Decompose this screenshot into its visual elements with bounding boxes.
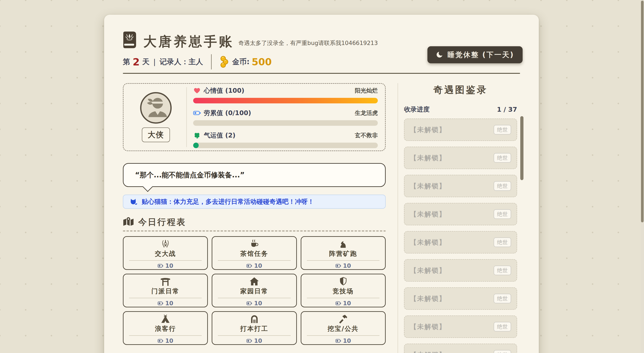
clover-icon: [193, 132, 201, 139]
activity-card-jiayuan[interactable]: 家园日常 10: [212, 274, 297, 307]
activity-card-zhenying[interactable]: 阵营矿跑 10: [301, 236, 386, 270]
text-divider: |: [153, 58, 156, 66]
codex-locked-item[interactable]: 【未解锁】 绝世: [404, 147, 517, 169]
page-scrollbar-thumb[interactable]: [641, 1, 644, 222]
stamina-battery-icon: [336, 301, 341, 305]
stat-status: 玄不救非: [355, 132, 378, 139]
khanda-icon: [162, 239, 169, 248]
quote-text: “那个...能不能借点金币修装备...”: [135, 170, 245, 180]
cat-tip-banner: 贴心猫猫：体力充足，多去进行日常活动碰碰奇遇吧！冲呀！: [123, 195, 386, 209]
stat-status: 生龙活虎: [355, 109, 378, 117]
stamina-battery-icon: [158, 339, 163, 343]
torii-icon: [160, 277, 170, 286]
activity-cost: 10: [336, 337, 351, 344]
character-panel: 大侠 心情值 (100) 阳光灿烂: [123, 83, 386, 151]
activity-card-jiaodazhan[interactable]: 交大战 10: [123, 236, 208, 270]
codex-progress-value: 1 / 37: [497, 106, 517, 113]
rarity-badge: 绝世: [494, 181, 511, 191]
stamina-battery-icon: [158, 264, 163, 268]
activity-card-jingjichang[interactable]: 竞技场 10: [301, 274, 386, 307]
locked-label: 【未解锁】: [410, 350, 446, 353]
codex-panel: 奇遇图鉴录 收录进度 1 / 37 【未解锁】 绝世 【未解锁】 绝世 【未解锁…: [398, 83, 520, 353]
stamina-battery-icon: [246, 301, 252, 305]
stat-label: 心情值 (100): [204, 86, 244, 95]
journal-book-icon: [123, 32, 136, 48]
locked-label: 【未解锁】: [410, 210, 446, 219]
stamina-battery-icon: [336, 264, 341, 268]
codex-locked-item[interactable]: 【未解锁】 绝世: [404, 119, 517, 141]
stamina-battery-icon: [158, 301, 163, 305]
journal-card: 大唐养崽手账 奇遇太多了没录全，有严重bug请联系我1046619213 第 2…: [104, 15, 539, 353]
rarity-badge: 绝世: [494, 153, 511, 163]
stamina-battery-icon: [246, 264, 252, 268]
app-title: 大唐养崽手账: [143, 35, 234, 48]
stamina-battery-icon: [246, 339, 252, 343]
activity-card-daben[interactable]: 打本打工 10: [212, 311, 297, 345]
character-quote-bubble: “那个...能不能借点金币修装备...”: [123, 163, 386, 187]
codex-locked-item[interactable]: 【未解锁】 绝世: [404, 231, 517, 253]
tip-text: 贴心猫猫：体力充足，多去进行日常活动碰碰奇遇吧！冲呀！: [142, 197, 314, 206]
codex-locked-item[interactable]: 【未解锁】 绝世: [404, 203, 517, 225]
mood-bar: [193, 98, 378, 103]
rarity-badge: 绝世: [494, 322, 511, 331]
locked-label: 【未解锁】: [410, 238, 446, 247]
recorder-label: 记录人：主人: [160, 57, 203, 67]
codex-locked-item[interactable]: 【未解锁】 绝世: [404, 175, 517, 197]
fatigue-bar: [193, 120, 378, 126]
gold-coins-icon: [220, 56, 229, 68]
activity-card-langkexing[interactable]: 浪客行 10: [123, 311, 208, 345]
battery-icon: [193, 110, 201, 116]
activity-label: 打本打工: [240, 325, 268, 333]
heart-icon: [193, 87, 201, 94]
luck-stat: 气运值 (2) 玄不救非: [193, 131, 378, 148]
moon-icon: [436, 51, 443, 58]
stat-status: 阳光灿烂: [355, 87, 378, 94]
panel-divider: [186, 87, 187, 147]
rarity-badge: 绝世: [494, 350, 511, 353]
stat-label: 劳累值 (0/100): [204, 109, 251, 117]
activity-cost: 10: [158, 262, 173, 269]
rarity-badge: 绝世: [494, 266, 511, 275]
codex-locked-item[interactable]: 【未解锁】 绝世: [404, 344, 517, 353]
activity-cost: 10: [158, 337, 173, 344]
codex-title: 奇遇图鉴录: [404, 84, 517, 96]
stat-label: 气运值 (2): [204, 131, 236, 140]
teacup-icon: [250, 239, 259, 248]
locked-label: 【未解锁】: [410, 294, 446, 303]
codex-locked-item[interactable]: 【未解锁】 绝世: [404, 259, 517, 282]
activity-label: 交大战: [155, 250, 176, 258]
dungeon-icon: [250, 314, 258, 323]
activity-cost: 10: [246, 300, 262, 306]
schedule-divider: [123, 230, 386, 231]
locked-label: 【未解锁】: [410, 125, 446, 134]
knight-icon: [338, 239, 348, 248]
shield-icon: [340, 277, 347, 286]
activity-label: 浪客行: [155, 325, 176, 333]
sleep-next-day-button[interactable]: 睡觉休整 (下一天): [428, 46, 522, 63]
sleep-button-label: 睡觉休整 (下一天): [448, 50, 514, 60]
tent-icon: [160, 314, 170, 323]
activity-card-wabao[interactable]: 挖宝/公共 10: [301, 311, 386, 345]
activity-cost: 10: [246, 337, 262, 344]
avatar: [140, 92, 172, 124]
activity-cost: 10: [336, 300, 351, 306]
codex-locked-item[interactable]: 【未解锁】 绝世: [404, 287, 517, 310]
codex-scrollbar-thumb[interactable]: [520, 116, 524, 180]
stamina-battery-icon: [336, 339, 341, 343]
coin-label: 金币:: [232, 57, 250, 67]
rarity-badge: 绝世: [494, 237, 511, 247]
activity-cost: 10: [158, 300, 173, 306]
activity-card-chaguan[interactable]: 茶馆任务 10: [212, 236, 297, 270]
activity-label: 茶馆任务: [240, 250, 268, 258]
activity-cost: 10: [336, 262, 351, 269]
activity-label: 门派日常: [152, 287, 180, 295]
activity-cost: 10: [246, 262, 262, 269]
codex-locked-item[interactable]: 【未解锁】 绝世: [404, 315, 517, 338]
codex-progress-row: 收录进度 1 / 37: [404, 105, 517, 114]
header-divider: [123, 73, 520, 74]
fatigue-stat: 劳累值 (0/100) 生龙活虎: [193, 109, 378, 126]
activity-card-menpai[interactable]: 门派日常 10: [123, 274, 208, 307]
page-scrollbar-track[interactable]: [640, 0, 644, 353]
schedule-title: 今日行程表: [138, 216, 186, 228]
schedule-header: 今日行程表: [123, 217, 386, 227]
